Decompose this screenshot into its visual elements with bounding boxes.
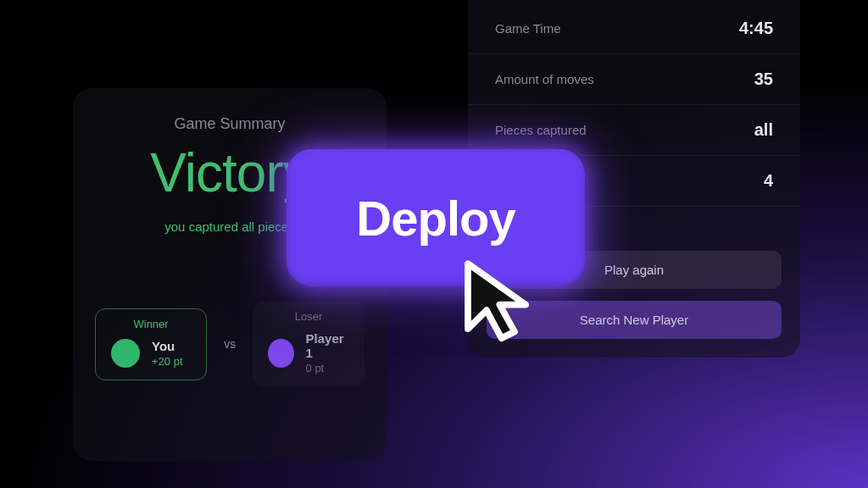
summary-title: Game Summary [95,115,364,133]
stat-row: Game Time 4:45 [468,3,800,54]
winner-body: You +20 pt [111,339,191,368]
cursor-icon [449,252,542,346]
winner-name: You [152,339,183,353]
stat-row: Amount of moves 35 [468,54,800,105]
stat-value: 4:45 [739,19,773,38]
winner-score: +20 pt [152,355,183,368]
stat-label: Game Time [495,21,561,36]
winner-avatar-dot [111,339,140,368]
stat-value: all [754,120,773,140]
players-row: Winner You +20 pt vs Loser Player 1 0 pt [95,302,364,386]
stat-value: 35 [754,69,773,89]
stat-value: 4 [764,171,773,191]
winner-box: Winner You +20 pt [95,308,207,380]
winner-role-label: Winner [111,318,191,330]
loser-avatar-dot [268,339,293,368]
loser-name: Player 1 [306,331,349,360]
vs-label: vs [224,337,236,351]
loser-score: 0 pt [306,362,349,374]
loser-body: Player 1 0 pt [268,331,349,374]
stat-label: Pieces captured [495,123,587,137]
stat-row: Pieces captured all [468,105,800,156]
loser-box: Loser Player 1 0 pt [253,302,364,386]
stat-label: Amount of moves [495,72,594,86]
loser-role-label: Loser [268,310,349,323]
